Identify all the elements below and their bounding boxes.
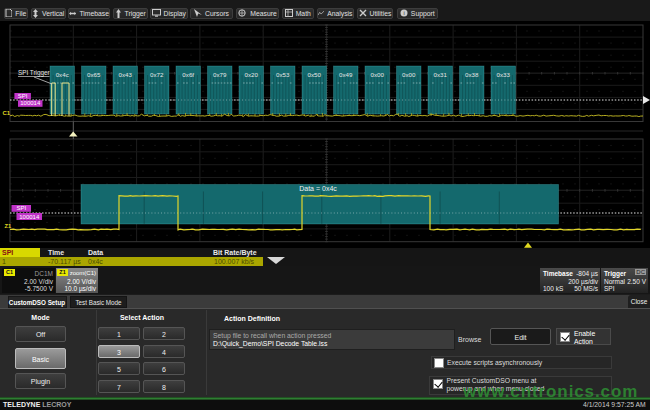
svg-text:0x72: 0x72 xyxy=(150,71,164,78)
svg-text:0x31: 0x31 xyxy=(433,71,447,78)
svg-text:C1: C1 xyxy=(3,110,11,116)
svg-text:Data = 0x4c: Data = 0x4c xyxy=(299,185,337,192)
svg-text:SPI Trigger: SPI Trigger xyxy=(18,69,50,77)
svg-text:0x00: 0x00 xyxy=(402,71,416,78)
svg-text:0x53: 0x53 xyxy=(276,71,290,78)
svg-text:0x79: 0x79 xyxy=(213,71,227,78)
svg-text:0x00: 0x00 xyxy=(370,71,384,78)
svg-text:0x50: 0x50 xyxy=(307,71,321,78)
svg-text:0x65: 0x65 xyxy=(87,71,101,78)
svg-text:SPI: SPI xyxy=(18,93,28,99)
svg-text:0x4c: 0x4c xyxy=(56,71,69,78)
svg-text:100014: 100014 xyxy=(20,100,41,106)
svg-text:0x49: 0x49 xyxy=(339,71,353,78)
svg-text:0x38: 0x38 xyxy=(465,71,479,78)
svg-text:0x33: 0x33 xyxy=(496,71,510,78)
svg-text:Z1: Z1 xyxy=(5,223,13,229)
svg-text:100014: 100014 xyxy=(19,214,40,220)
svg-text:i: i xyxy=(403,10,404,16)
svg-text:0x20: 0x20 xyxy=(244,71,258,78)
svg-text:0x43: 0x43 xyxy=(118,71,132,78)
svg-text:0x6f: 0x6f xyxy=(182,71,194,78)
svg-text:SPI: SPI xyxy=(16,205,26,211)
